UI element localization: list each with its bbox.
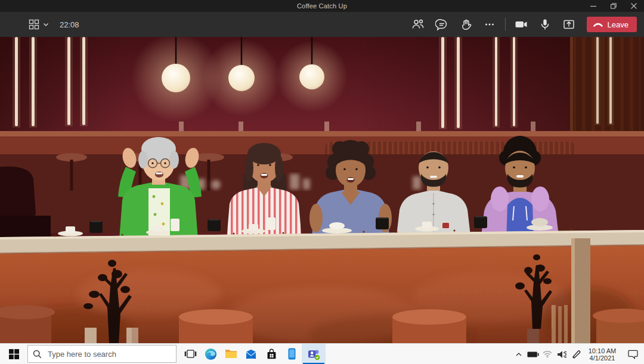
- microphone-button[interactable]: [533, 12, 557, 37]
- leave-label: Leave: [608, 20, 628, 29]
- wifi-icon[interactable]: [540, 344, 555, 364]
- file-explorer-icon: [225, 349, 237, 359]
- layout-picker-button[interactable]: [29, 12, 49, 37]
- microsoft-store-button[interactable]: [261, 344, 281, 364]
- mail-button[interactable]: [241, 344, 261, 364]
- together-mode-stage: [0, 37, 644, 343]
- raise-hand-icon: [459, 18, 472, 31]
- raise-hand-button[interactable]: [454, 12, 478, 37]
- edge-button[interactable]: [200, 344, 221, 364]
- system-tray: 10:10 AM 4/1/2021: [512, 344, 644, 364]
- share-screen-icon: [562, 18, 575, 31]
- camera-icon: [514, 18, 528, 31]
- battery-icon[interactable]: [526, 344, 540, 364]
- windows-taskbar: 10:10 AM 4/1/2021: [0, 343, 644, 364]
- search-icon: [33, 350, 42, 359]
- file-explorer-button[interactable]: [221, 344, 241, 364]
- stool-front-left: [179, 309, 253, 343]
- search-input[interactable]: [47, 349, 160, 359]
- task-view-button[interactable]: [180, 344, 200, 364]
- more-options-button[interactable]: [478, 12, 501, 37]
- meeting-toolbar-left: 22:08: [0, 12, 79, 37]
- hang-up-icon: [593, 21, 603, 28]
- pen-icon[interactable]: [569, 344, 583, 364]
- pendant-lamps: [131, 37, 348, 122]
- stool-front-right: [392, 309, 466, 343]
- teams-icon: [307, 347, 320, 360]
- hidden-icons-chevron[interactable]: [512, 344, 526, 364]
- restore-button[interactable]: [603, 0, 624, 12]
- stool-far-right: [593, 309, 644, 343]
- toolbar-divider: [505, 18, 506, 31]
- start-button[interactable]: [0, 344, 27, 364]
- clock-date: 4/1/2021: [584, 354, 620, 362]
- camera-button[interactable]: [509, 12, 533, 37]
- windows-logo-icon: [9, 349, 19, 359]
- chevron-down-icon: [43, 21, 49, 27]
- mail-icon: [245, 349, 257, 359]
- meeting-toolbar-right: Leave: [406, 12, 637, 37]
- stool-far-left: [0, 305, 55, 343]
- title-bar: Coffee Catch Up: [0, 0, 644, 12]
- window-controls: [583, 0, 644, 12]
- leave-button[interactable]: Leave: [587, 17, 637, 32]
- participants-button[interactable]: [406, 12, 430, 37]
- window-title: Coffee Catch Up: [297, 2, 347, 10]
- teams-button[interactable]: [302, 344, 326, 364]
- your-phone-icon: [288, 348, 296, 360]
- bar-counter: [0, 230, 644, 343]
- edge-icon: [205, 348, 217, 360]
- task-view-icon: [184, 349, 197, 359]
- close-button[interactable]: [624, 0, 644, 12]
- participants-icon: [411, 18, 425, 31]
- microphone-icon: [538, 18, 552, 31]
- taskbar-clock[interactable]: 10:10 AM 4/1/2021: [583, 347, 621, 362]
- share-screen-button[interactable]: [557, 12, 581, 37]
- more-options-icon: [483, 18, 496, 31]
- action-center-button[interactable]: [621, 344, 644, 364]
- your-phone-button[interactable]: [281, 344, 302, 364]
- taskbar-apps: [180, 344, 326, 364]
- meeting-toolbar: 22:08: [0, 12, 644, 37]
- teams-meeting-window: Coffee Catch Up 22:08: [0, 0, 644, 364]
- taskbar-search[interactable]: [27, 345, 177, 363]
- meeting-timer: 22:08: [60, 20, 79, 29]
- action-center-icon: [628, 350, 638, 359]
- volume-icon[interactable]: [555, 344, 569, 364]
- minimize-button[interactable]: [583, 0, 603, 12]
- chat-icon: [435, 18, 448, 31]
- microsoft-store-icon: [266, 349, 277, 360]
- clock-time: 10:10 AM: [584, 347, 620, 354]
- chat-button[interactable]: [430, 12, 454, 37]
